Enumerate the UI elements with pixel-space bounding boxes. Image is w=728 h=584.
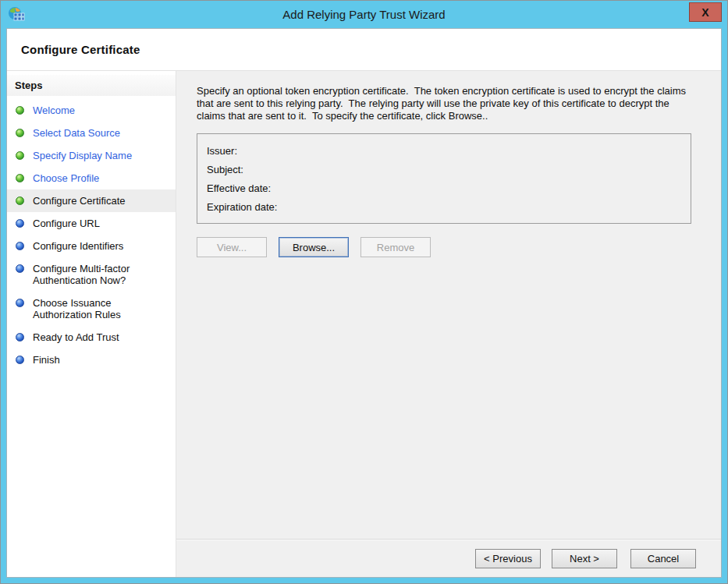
browse-button[interactable]: Browse...	[279, 237, 349, 257]
next-button[interactable]: Next >	[552, 549, 617, 568]
page-header: Configure Certificate	[7, 29, 721, 71]
titlebar: Add Relying Party Trust Wizard X	[1, 1, 727, 28]
step-dot-blue-icon	[16, 333, 24, 342]
step-item-welcome[interactable]: Welcome	[7, 99, 176, 122]
certificate-field-row: Expiration date:	[207, 197, 681, 216]
certificate-field-label: Subject:	[207, 164, 243, 175]
certificate-action-buttons: View...Browse...Remove	[197, 237, 691, 257]
step-dot-blue-icon	[16, 264, 24, 273]
step-label: Ready to Add Trust	[33, 331, 119, 343]
step-label: Configure Certificate	[33, 195, 126, 207]
certificate-field-row: Effective date:	[207, 179, 681, 197]
certificate-field-label: Effective date:	[207, 182, 271, 194]
steps-list: WelcomeSelect Data SourceSpecify Display…	[7, 99, 176, 371]
step-item-specify-display-name[interactable]: Specify Display Name	[7, 144, 176, 167]
certificate-field-label: Expiration date:	[207, 201, 277, 213]
step-dot-blue-icon	[16, 299, 24, 307]
close-button[interactable]: X	[689, 2, 722, 22]
certificate-field-row: Subject:	[207, 160, 681, 179]
page-title: Configure Certificate	[21, 43, 140, 56]
step-label: Configure Multi-factor Authentication No…	[33, 263, 150, 286]
wizard-window: Add Relying Party Trust Wizard X Configu…	[0, 0, 728, 584]
certificate-field-row: Issuer:	[207, 141, 681, 160]
steps-sidebar: Steps WelcomeSelect Data SourceSpecify D…	[7, 71, 176, 577]
step-dot-green-icon	[16, 196, 24, 205]
footer-buttons: < PreviousNext >Cancel	[475, 549, 696, 568]
step-dot-blue-icon	[16, 219, 24, 228]
step-label: Specify Display Name	[33, 150, 132, 161]
step-item-configure-url: Configure URL	[7, 212, 176, 235]
step-label: Finish	[33, 354, 60, 366]
step-item-configure-certificate: Configure Certificate	[7, 189, 176, 212]
step-label: Choose Profile	[33, 172, 99, 184]
dialog-frame: Configure Certificate Steps WelcomeSelec…	[6, 28, 722, 578]
step-item-ready-to-add-trust: Ready to Add Trust	[7, 326, 176, 349]
dialog-body: Steps WelcomeSelect Data SourceSpecify D…	[7, 71, 721, 577]
previous-button[interactable]: < Previous	[475, 549, 541, 568]
certificate-field-label: Issuer:	[207, 145, 237, 157]
wizard-footer: < PreviousNext >Cancel	[176, 539, 721, 577]
content-area: Specify an optional token encryption cer…	[176, 71, 721, 539]
close-icon: X	[701, 7, 708, 18]
step-label: Configure URL	[33, 218, 100, 229]
step-dot-green-icon	[16, 106, 24, 115]
view-button: View...	[197, 237, 267, 257]
step-dot-green-icon	[16, 129, 24, 137]
step-label: Select Data Source	[33, 127, 120, 139]
step-dot-green-icon	[16, 151, 24, 160]
certificate-info-box: Issuer:Subject:Effective date:Expiration…	[197, 133, 691, 224]
instructions-text: Specify an optional token encryption cer…	[197, 85, 691, 122]
step-dot-green-icon	[16, 174, 24, 182]
step-label: Welcome	[33, 104, 75, 116]
step-item-choose-profile[interactable]: Choose Profile	[7, 167, 176, 189]
step-dot-blue-icon	[16, 242, 24, 250]
step-label: Configure Identifiers	[33, 240, 123, 252]
remove-button: Remove	[360, 237, 431, 257]
content-column: Specify an optional token encryption cer…	[176, 71, 721, 577]
step-item-configure-identifiers: Configure Identifiers	[7, 235, 176, 257]
step-item-finish: Finish	[7, 349, 176, 371]
step-item-select-data-source[interactable]: Select Data Source	[7, 122, 176, 144]
step-item-configure-multi-factor-authentication-now: Configure Multi-factor Authentication No…	[7, 257, 176, 292]
step-label: Choose Issuance Authorization Rules	[33, 297, 150, 320]
window-title: Add Relying Party Trust Wizard	[1, 1, 727, 28]
steps-heading: Steps	[7, 75, 176, 96]
step-item-choose-issuance-authorization-rules: Choose Issuance Authorization Rules	[7, 292, 176, 326]
step-dot-blue-icon	[16, 356, 24, 364]
cancel-button[interactable]: Cancel	[630, 549, 696, 568]
